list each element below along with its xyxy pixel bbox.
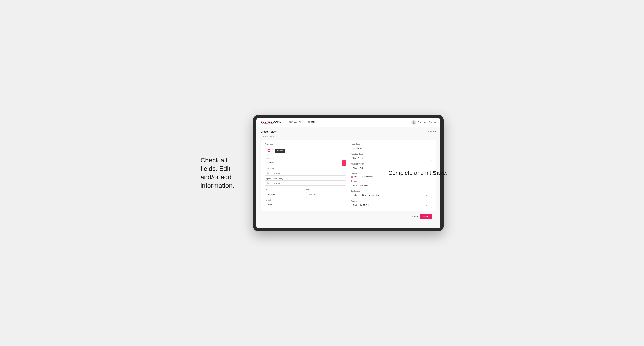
region-label: Region: [351, 200, 432, 202]
color-swatch: [342, 160, 346, 166]
state-input[interactable]: [306, 192, 346, 197]
team-logo-group: Team logo C Upload: [265, 143, 346, 155]
team-name-label: Team name: [265, 168, 346, 170]
state-select-wrapper: [306, 192, 346, 197]
sign-out-link[interactable]: Sign out: [429, 121, 436, 123]
right-annotation: Complete and hit Save.: [388, 169, 448, 177]
zip-group: Zip code: [265, 199, 346, 207]
team-name-input[interactable]: [265, 171, 346, 176]
team-colour-input[interactable]: [265, 160, 340, 165]
page-header: Create Team Cancel ✕: [260, 130, 436, 133]
region-input[interactable]: [351, 203, 432, 208]
region-select-wrapper: ✕ ⌄: [351, 203, 432, 208]
division-select-wrapper: NCAA Division III: [351, 183, 432, 188]
team-colour-label: Team colour: [265, 157, 346, 159]
team-colour-group: Team colour: [265, 157, 346, 166]
logo-preview-row: C Upload: [265, 147, 346, 155]
brand-sub: Powered by clippd: [260, 123, 282, 124]
navbar: SCOREBOARD Powered by clippd TOURNAMENTS…: [256, 118, 440, 127]
division-group: Division NCAA Division III: [351, 180, 432, 188]
left-column: Team logo C Upload: [265, 143, 346, 208]
region-group: Region ✕ ⌄: [351, 200, 432, 208]
state-subgroup: State: [306, 187, 346, 197]
assistant-coach-group: Assistant Coach: [351, 153, 432, 161]
user-avatar: [412, 120, 416, 125]
mens-radio[interactable]: [351, 176, 353, 178]
section-title: TEAM DETAILS: [260, 135, 436, 137]
left-annotation: Check all fields. Edit and/or add inform…: [200, 156, 245, 190]
upload-button[interactable]: Upload: [275, 149, 286, 153]
city-label: City: [265, 189, 268, 191]
division-label: Division: [351, 180, 432, 182]
zip-input[interactable]: [265, 202, 346, 207]
display-name-group: Display name (unique): [265, 178, 346, 185]
save-button[interactable]: Save: [420, 214, 432, 219]
form-footer: Cancel Save: [260, 211, 436, 222]
conference-group: Conference ✕ ⌄: [351, 190, 432, 198]
cancel-top-button[interactable]: Cancel ✕: [427, 130, 436, 133]
cancel-footer-button[interactable]: Cancel: [411, 215, 418, 218]
main-content: Create Team Cancel ✕ TEAM DETAILS: [256, 127, 440, 228]
city-state-row: City State: [265, 187, 346, 197]
head-coach-group: Head Coach: [351, 143, 432, 151]
athletic-director-label: Athletic Director: [351, 163, 432, 165]
user-name: Test User |: [418, 121, 427, 123]
assistant-coach-input[interactable]: [351, 156, 432, 161]
conference-input[interactable]: [351, 193, 432, 198]
womens-radio[interactable]: [362, 176, 365, 178]
svg-point-0: [413, 121, 414, 123]
conference-select-wrapper: ✕ ⌄: [351, 193, 432, 198]
logo-circle: C: [265, 147, 273, 155]
city-input[interactable]: [265, 192, 305, 197]
svg-point-1: [413, 123, 415, 124]
nav-links: TOURNAMENTS TEAMS: [286, 121, 406, 124]
gender-womens-option[interactable]: Womens: [362, 176, 373, 178]
page-title: Create Team: [260, 130, 276, 133]
team-logo-label: Team logo: [265, 143, 346, 145]
zip-label: Zip code: [265, 199, 346, 201]
head-coach-label: Head Coach: [351, 143, 432, 145]
brand: SCOREBOARD Powered by clippd: [260, 120, 282, 124]
display-name-input[interactable]: [265, 180, 346, 185]
brand-name: SCOREBOARD: [260, 120, 282, 123]
conference-clear-button[interactable]: ✕: [426, 194, 428, 197]
nav-teams[interactable]: TEAMS: [308, 121, 316, 124]
team-name-group: Team name: [265, 168, 346, 176]
color-input-row: [265, 160, 346, 166]
conference-chevron-icon[interactable]: ⌄: [429, 194, 431, 196]
state-label: State: [306, 189, 310, 191]
display-name-label: Display name (unique): [265, 178, 346, 180]
head-coach-input[interactable]: [351, 146, 432, 151]
gender-mens-option[interactable]: Mens: [351, 176, 359, 178]
conference-label: Conference: [351, 190, 432, 192]
city-state-group: City State: [265, 187, 346, 197]
division-select[interactable]: NCAA Division III: [351, 183, 432, 188]
region-clear-button[interactable]: ✕: [426, 204, 428, 207]
nav-user: Test User | Sign out: [412, 120, 436, 125]
city-subgroup: City: [265, 187, 305, 197]
page-wrapper: Check all fields. Edit and/or add inform…: [200, 115, 444, 231]
assistant-coach-label: Assistant Coach: [351, 153, 432, 155]
region-chevron-icon[interactable]: ⌄: [429, 204, 431, 206]
nav-tournaments[interactable]: TOURNAMENTS: [286, 121, 304, 124]
